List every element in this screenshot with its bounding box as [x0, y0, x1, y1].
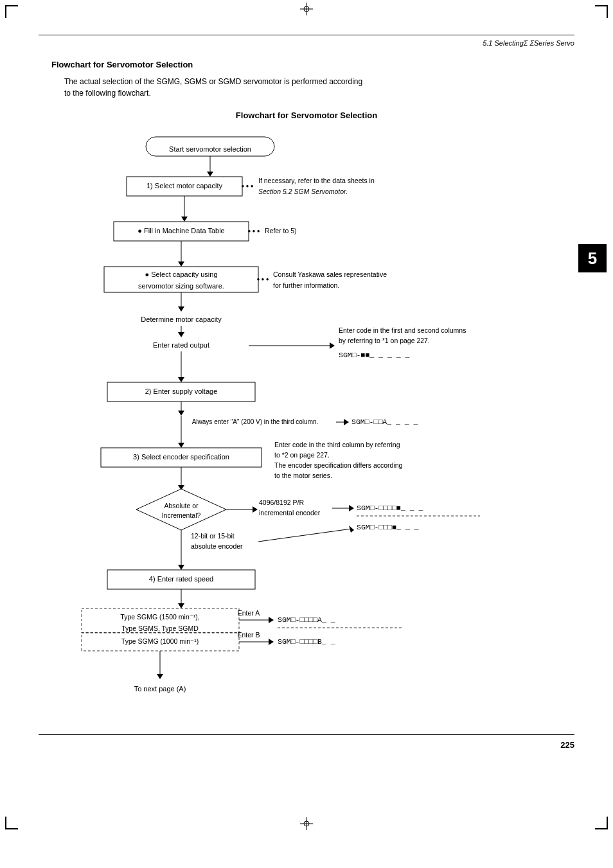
- enter-code-note2: by referring to *1 on page 227.: [339, 337, 430, 344]
- sgm4b-model: SGM□-□□□□B_ _: [278, 637, 335, 646]
- type-sgmg-node: Type SGMG (1500 min⁻¹),: [120, 613, 199, 621]
- select-capacity-node2: servomotor sizing software.: [138, 282, 224, 290]
- top-divider: [39, 35, 574, 35]
- diamond-text1: Absolute or: [164, 502, 199, 509]
- svg-text:● ● ●: ● ● ●: [248, 228, 260, 234]
- svg-marker-35: [136, 489, 226, 530]
- enter-rated-output: Enter rated output: [153, 341, 209, 349]
- enter-b-label: Enter B: [237, 631, 260, 639]
- flowchart-title: Flowchart for Servomotor Selection: [39, 111, 574, 120]
- enter-code-note5: The encoder specification differs accord…: [274, 461, 403, 469]
- intro-line2: to the following flowchart.: [64, 89, 151, 98]
- svg-marker-9: [181, 217, 188, 222]
- corner-mark-tr: [595, 5, 608, 18]
- svg-marker-51: [269, 617, 274, 623]
- step1-node: 1) Select motor capacity: [147, 182, 222, 190]
- section-title: Flowchart for Servomotor Selection: [51, 60, 574, 69]
- svg-marker-45: [178, 565, 184, 570]
- enter-code-note6: to the motor series.: [274, 472, 332, 479]
- page-header: 5.1 SelectingΣ ΣSeries Servo: [39, 39, 574, 47]
- svg-marker-17: [178, 306, 184, 312]
- step2-node: 2) Enter supply voltage: [145, 387, 218, 395]
- svg-marker-56: [269, 639, 274, 645]
- sgm2-model: SGM□-□□A_ _ _ _: [351, 418, 418, 426]
- encoder-12bit-label2: absolute encoder: [191, 542, 243, 550]
- corner-mark-bl: [5, 817, 18, 829]
- svg-marker-23: [178, 377, 184, 382]
- determine-capacity: Determine motor capacity: [141, 315, 222, 323]
- corner-mark-tl: [5, 5, 18, 18]
- svg-marker-21: [330, 342, 335, 349]
- svg-text:● ● ●: ● ● ●: [242, 183, 254, 189]
- enter-code-note3: Enter code in the third column by referr…: [274, 441, 400, 448]
- crosshair-bottom: [300, 817, 313, 832]
- svg-marker-5: [207, 172, 213, 177]
- enter-code-note4: to *2 on page 227.: [274, 451, 330, 459]
- svg-marker-29: [344, 419, 349, 425]
- svg-marker-31: [178, 443, 184, 448]
- sgm1-model: SGM□-■■_ _ _ _ _: [339, 351, 410, 359]
- svg-marker-37: [253, 506, 258, 513]
- encoder-4096-label: 4096/8192 P/R: [259, 499, 304, 506]
- step3-node: 3) Select encoder specification: [133, 453, 229, 461]
- enter-code-note1: Enter code in the first and second colum…: [339, 326, 466, 334]
- intro-text: The actual selection of the SGMG, SGMS o…: [64, 76, 574, 99]
- svg-marker-39: [349, 505, 354, 511]
- type-sgms-node: Type SGMS, Type SGMD: [121, 624, 199, 632]
- step1-note: If necessary, refer to the data sheets i…: [258, 177, 375, 184]
- type-sgmg-1000-node: Type SGMG (1000 min⁻¹): [121, 637, 199, 645]
- consult-note: Consult Yaskawa sales representative: [273, 270, 387, 278]
- crosshair-top: [300, 3, 313, 17]
- enter-a-label: Enter A: [238, 609, 260, 617]
- intro-line1: The actual selection of the SGMG, SGMS o…: [64, 77, 362, 86]
- svg-marker-13: [178, 261, 184, 267]
- svg-line-42: [258, 529, 351, 542]
- page-number: 225: [39, 740, 574, 750]
- svg-marker-26: [178, 411, 184, 416]
- svg-text:● ● ●: ● ● ●: [257, 276, 269, 282]
- encoder-4096-label2: incremental encoder: [259, 509, 321, 517]
- consult-note2: for further information.: [273, 281, 339, 289]
- next-page: To next page (A): [134, 685, 186, 693]
- sgm3b-model: SGM□-□□□■_ _ _: [357, 523, 419, 531]
- corner-mark-br: [595, 817, 608, 829]
- step1-note2: Section 5.2 SGM Servomotor.: [258, 188, 348, 195]
- svg-marker-19: [178, 332, 184, 337]
- section-ref: 5.1 SelectingΣ ΣSeries Servo: [483, 39, 574, 47]
- diamond-text2: Incremental?: [162, 511, 201, 519]
- flowchart-area: Start servomotor selection 1) Select mot…: [39, 130, 574, 722]
- bottom-divider: [39, 734, 574, 735]
- sgm4a-model: SGM□-□□□□A_ _: [278, 616, 335, 624]
- refer-note: Refer to 5): [265, 227, 297, 235]
- step4-node: 4) Enter rated speed: [149, 575, 213, 583]
- start-node: Start servomotor selection: [169, 145, 251, 153]
- sgm3a-model: SGM□-□□□□■_ _ _: [357, 504, 423, 512]
- svg-marker-58: [157, 674, 163, 679]
- page-container: 5.1 SelectingΣ ΣSeries Servo Flowchart f…: [0, 0, 613, 868]
- always-200v: Always enter "A" (200 V) in the third co…: [192, 418, 319, 425]
- select-capacity-node: ● Select capacity using: [145, 270, 217, 278]
- svg-marker-48: [178, 603, 184, 608]
- encoder-12bit-label: 12-bit or 15-bit: [191, 532, 235, 540]
- chapter-marker: 5: [578, 244, 607, 272]
- machine-data-node: ● Fill in Machine Data Table: [138, 227, 224, 235]
